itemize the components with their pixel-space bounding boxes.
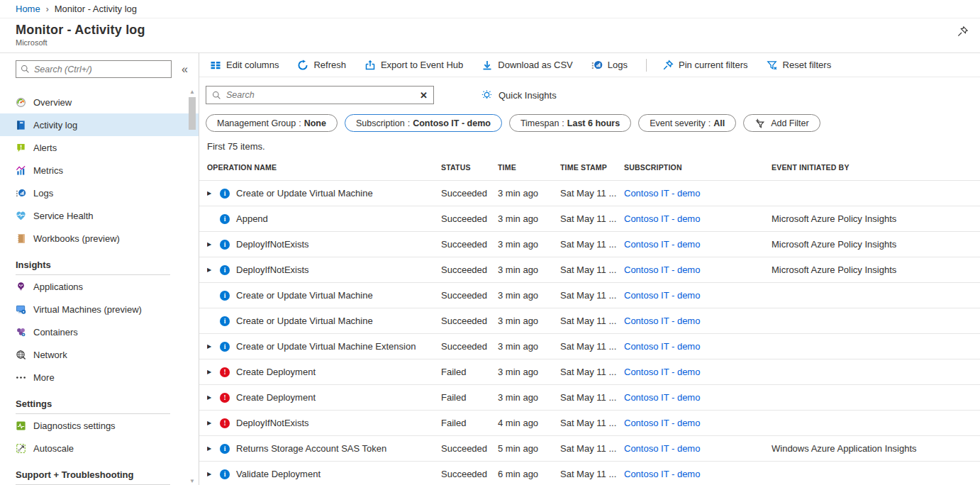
sidebar-item-network[interactable]: Network — [0, 343, 199, 366]
operation-name: Append — [236, 213, 268, 224]
table-row[interactable]: ▶ ! DeployIfNotExists Failed 4 min ago S… — [199, 410, 980, 435]
subscription-link[interactable]: Contoso IT - demo — [624, 316, 700, 326]
sidebar-item-service-health[interactable]: Service Health — [0, 204, 199, 227]
breadcrumb-home-link[interactable]: Home — [16, 4, 40, 14]
column-header[interactable]: OPERATION NAME — [207, 163, 441, 172]
pill-value: None — [304, 118, 326, 128]
scrollbar-thumb[interactable] — [189, 97, 196, 130]
subscription-link[interactable]: Contoso IT - demo — [624, 418, 700, 428]
expand-row-icon[interactable]: ▶ — [207, 241, 214, 247]
expand-row-icon[interactable]: ▶ — [207, 445, 214, 452]
table-row[interactable]: ▶ i Create or Update Virtual Machine Suc… — [199, 308, 980, 333]
pin-blade-icon[interactable] — [957, 26, 969, 40]
sidebar-item-logs[interactable]: Logs — [0, 182, 199, 204]
scroll-down-icon[interactable]: ▼ — [188, 478, 196, 485]
subscription-link[interactable]: Contoso IT - demo — [624, 239, 700, 250]
filter-pill-event-severity[interactable]: Event severity:All — [638, 114, 736, 132]
sidebar-scrollbar[interactable]: ▲ ▼ — [188, 89, 196, 485]
command-label: Download as CSV — [498, 60, 573, 70]
status-cell: Failed — [441, 418, 498, 428]
column-header[interactable]: EVENT INITIATED BY — [772, 163, 971, 172]
subscription-link[interactable]: Contoso IT - demo — [624, 213, 700, 224]
sidebar-item-workbooks-preview[interactable]: Workbooks (preview) — [0, 227, 199, 250]
pin-current-filters-button[interactable]: Pin current filters — [662, 60, 748, 71]
table-row[interactable]: ▶ i Append Succeeded 3 min ago Sat May 1… — [199, 206, 980, 231]
page-title: Monitor - Activity log — [16, 23, 980, 38]
column-header[interactable]: STATUS — [441, 163, 498, 172]
logs-button[interactable]: Logs — [591, 60, 628, 71]
column-header[interactable]: TIME — [498, 163, 560, 172]
info-icon: i — [220, 240, 230, 250]
workbooks-icon — [16, 233, 26, 244]
time-cell: 3 min ago — [498, 341, 560, 352]
timestamp-cell: Sat May 11 ... — [560, 213, 624, 224]
table-row[interactable]: ▶ i Create or Update Virtual Machine Ext… — [199, 333, 980, 359]
sidebar-item-label: Diagnostics settings — [33, 420, 116, 431]
operation-name: Create or Update Virtual Machine — [236, 290, 373, 301]
refresh-button[interactable]: Refresh — [297, 60, 346, 71]
expand-row-icon[interactable]: ▶ — [207, 190, 214, 196]
timestamp-cell: Sat May 11 ... — [560, 443, 624, 454]
expand-row-icon[interactable]: ▶ — [207, 267, 214, 273]
subscription-link[interactable]: Contoso IT - demo — [624, 469, 700, 479]
subscription-link[interactable]: Contoso IT - demo — [624, 341, 700, 352]
command-label: Reset filters — [783, 60, 832, 70]
sidebar-item-metrics[interactable]: Metrics — [0, 159, 199, 182]
subscription-link[interactable]: Contoso IT - demo — [624, 188, 700, 199]
refresh-icon — [297, 60, 308, 71]
sidebar-item-label: Metrics — [33, 165, 63, 176]
edit-columns-button[interactable]: Edit columns — [210, 60, 279, 71]
table-row[interactable]: ▶ i DeployIfNotExists Succeeded 3 min ag… — [199, 231, 980, 257]
collapse-sidebar-icon[interactable]: « — [182, 64, 188, 75]
command-label: Logs — [608, 60, 628, 70]
column-header[interactable]: SUBSCRIPTION — [624, 163, 772, 172]
filter-pill-management-group[interactable]: Management Group:None — [206, 114, 338, 132]
sidebar-item-containers[interactable]: Containers — [0, 320, 199, 343]
sidebar-search-input[interactable] — [34, 65, 167, 74]
download-csv-icon — [481, 60, 493, 71]
sidebar-item-autoscale[interactable]: Autoscale — [0, 437, 199, 459]
status-cell: Succeeded — [441, 213, 498, 224]
subscription-link[interactable]: Contoso IT - demo — [624, 443, 700, 454]
subscription-link[interactable]: Contoso IT - demo — [624, 392, 700, 403]
table-row[interactable]: ▶ i Create or Update Virtual Machine Suc… — [199, 282, 980, 308]
download-as-csv-button[interactable]: Download as CSV — [481, 60, 573, 71]
expand-row-icon[interactable]: ▶ — [207, 420, 214, 426]
export-to-event-hub-button[interactable]: Export to Event Hub — [364, 60, 463, 71]
table-search-input[interactable] — [226, 90, 420, 100]
reset-filters-button[interactable]: Reset filters — [767, 60, 832, 71]
table-row[interactable]: ▶ i Validate Deployment Succeeded 6 min … — [199, 461, 980, 485]
filter-pill-subscription[interactable]: Subscription:Contoso IT - demo — [345, 114, 502, 132]
add-filter-button[interactable]: Add Filter — [743, 114, 820, 132]
table-row[interactable]: ▶ i Returns Storage Account SAS Token Su… — [199, 435, 980, 461]
expand-row-icon[interactable]: ▶ — [207, 343, 214, 350]
sidebar-item-diagnostics-settings[interactable]: Diagnostics settings — [0, 414, 199, 437]
scroll-up-icon[interactable]: ▲ — [188, 89, 196, 96]
sidebar-item-activity-log[interactable]: Activity log — [0, 113, 199, 136]
timestamp-cell: Sat May 11 ... — [560, 392, 624, 403]
filter-pill-timespan[interactable]: Timespan:Last 6 hours — [509, 114, 631, 132]
table-row[interactable]: ▶ ! Create Deployment Failed 3 min ago S… — [199, 384, 980, 410]
timestamp-cell: Sat May 11 ... — [560, 316, 624, 326]
time-cell: 3 min ago — [498, 264, 560, 275]
sidebar-item-more[interactable]: More — [0, 366, 199, 389]
quick-insights-button[interactable]: Quick Insights — [481, 89, 557, 101]
sidebar-item-overview[interactable]: Overview — [0, 91, 199, 113]
info-icon: i — [220, 265, 230, 275]
subscription-link[interactable]: Contoso IT - demo — [624, 290, 700, 301]
sidebar-item-virtual-machines-preview[interactable]: Virtual Machines (preview) — [0, 298, 199, 320]
expand-row-icon[interactable]: ▶ — [207, 471, 214, 477]
error-icon: ! — [220, 418, 230, 428]
sidebar-item-applications[interactable]: Applications — [0, 275, 199, 298]
expand-row-icon[interactable]: ▶ — [207, 394, 214, 401]
expand-row-icon[interactable]: ▶ — [207, 369, 214, 375]
initiated-by-cell: Windows Azure Application Insights — [772, 443, 971, 454]
clear-search-icon[interactable]: ✕ — [420, 90, 428, 101]
subscription-link[interactable]: Contoso IT - demo — [624, 264, 700, 275]
table-row[interactable]: ▶ ! Create Deployment Failed 3 min ago S… — [199, 359, 980, 384]
sidebar-item-alerts[interactable]: Alerts — [0, 136, 199, 159]
table-row[interactable]: ▶ i Create or Update Virtual Machine Suc… — [199, 180, 980, 206]
table-row[interactable]: ▶ i DeployIfNotExists Succeeded 3 min ag… — [199, 257, 980, 282]
subscription-link[interactable]: Contoso IT - demo — [624, 367, 700, 377]
column-header[interactable]: TIME STAMP — [560, 163, 624, 172]
